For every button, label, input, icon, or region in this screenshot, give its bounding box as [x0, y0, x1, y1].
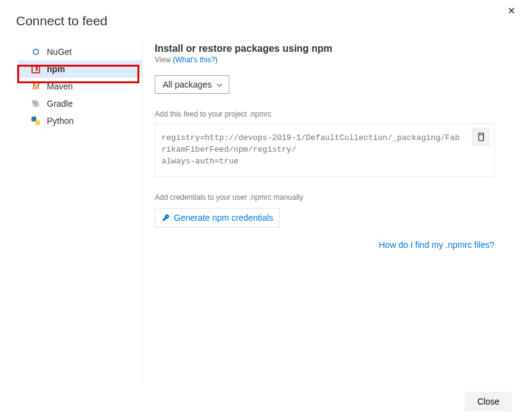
packages-dropdown[interactable]: All packages [155, 75, 229, 94]
key-icon [162, 213, 170, 222]
copy-button[interactable] [472, 128, 490, 146]
copy-icon [477, 133, 485, 141]
sidebar-item-maven[interactable]: M Maven [18, 78, 142, 95]
feed-type-sidebar: ⬡ NuGet npm M Maven 🐘 Gradle Python [18, 39, 142, 385]
creds-instruction-label: Add credentials to your user .npmrc manu… [155, 193, 494, 202]
gradle-icon: 🐘 [31, 99, 41, 108]
find-npmrc-link[interactable]: How do I find my .npmrc files? [155, 240, 494, 250]
dropdown-label: All packages [163, 80, 211, 89]
sidebar-item-gradle[interactable]: 🐘 Gradle [18, 95, 142, 112]
main-content: Install or restore packages using npm Vi… [142, 39, 524, 385]
chevron-down-icon [216, 80, 223, 86]
dialog-title: Connect to feed [16, 14, 107, 28]
generate-label: Generate npm credentials [174, 213, 273, 223]
close-icon[interactable]: ✕ [505, 5, 518, 17]
python-icon [31, 117, 41, 125]
sidebar-item-label: npm [47, 64, 65, 74]
sidebar-item-nuget[interactable]: ⬡ NuGet [18, 43, 142, 60]
sidebar-item-label: Gradle [47, 99, 73, 109]
sidebar-item-label: NuGet [47, 47, 72, 57]
code-text: registry=http://devops-2019-1/DefaultCol… [162, 133, 460, 166]
sidebar-item-label: Python [47, 116, 74, 126]
npm-icon [31, 65, 41, 73]
sidebar-item-npm[interactable]: npm [18, 60, 142, 78]
generate-credentials-button[interactable]: Generate npm credentials [155, 208, 280, 228]
svg-rect-0 [479, 135, 484, 141]
sidebar-item-label: Maven [47, 81, 73, 91]
sidebar-item-python[interactable]: Python [18, 112, 142, 130]
main-heading: Install or restore packages using npm [155, 43, 494, 54]
feed-instruction-label: Add this feed to your project .npmrc [155, 110, 494, 118]
view-line: View (What's this?) [155, 56, 494, 64]
npmrc-code-snippet: registry=http://devops-2019-1/DefaultCol… [155, 123, 494, 177]
close-button[interactable]: Close [465, 392, 512, 411]
view-label: View [155, 56, 171, 64]
whats-this-link[interactable]: (What's this?) [173, 56, 218, 64]
maven-icon: M [31, 81, 41, 91]
nuget-icon: ⬡ [31, 47, 41, 56]
